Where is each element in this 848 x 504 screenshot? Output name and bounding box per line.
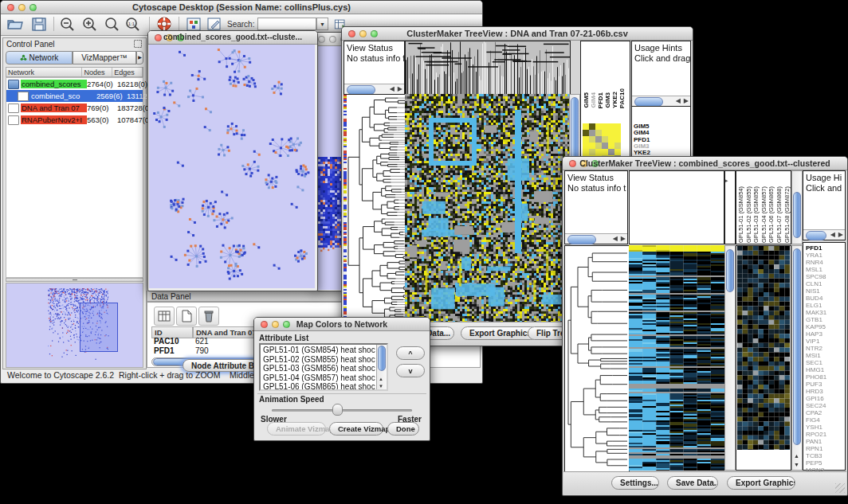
matrix-cell[interactable] (608, 130, 614, 136)
tv2-column-label[interactable]: GPL51-07 (GSM868) (775, 186, 783, 243)
tv1-view-status-hscrollbar[interactable]: ◀▶ (344, 84, 404, 94)
tv2-save-data-button[interactable]: Save Data... (667, 476, 718, 490)
matrix-cell[interactable] (608, 123, 614, 130)
background-network-grid-canvas[interactable] (316, 157, 344, 254)
attribute-list-item[interactable]: GPL51-01 (GSM854) heat shock 05 min (261, 346, 375, 355)
map-dialog-titlebar[interactable]: Map Colors to Network (254, 318, 430, 331)
matrix-cell[interactable] (583, 143, 589, 149)
zoom-out-icon[interactable] (58, 16, 77, 33)
tv1-usage-hints-hscrollbar[interactable]: ◀▶ (632, 96, 690, 106)
matrix-cell[interactable] (602, 149, 608, 155)
tv2-column-label[interactable]: GPL51-04 (GSM857) (760, 186, 768, 243)
gene-label[interactable]: RPN1 (806, 445, 826, 452)
matrix-cell[interactable] (595, 130, 602, 136)
treeview2-window[interactable]: ClusterMaker TreeView : combined_scores_… (562, 156, 848, 496)
tv1-column-label[interactable]: GIM3 (604, 92, 611, 108)
hscroll-thumb[interactable] (806, 231, 826, 240)
save-icon[interactable] (29, 16, 49, 33)
tv1-column-label[interactable]: PAC10 (618, 88, 626, 108)
gene-label[interactable]: TCB3 (806, 452, 826, 459)
matrix-cell[interactable] (608, 149, 614, 155)
delete-attribute-button[interactable] (198, 307, 219, 326)
tv2-column-label[interactable]: GPL51-08 (GSM872) (783, 186, 791, 243)
vscroll-thumb[interactable] (378, 346, 386, 371)
gene-label[interactable]: HMG1 (806, 366, 826, 373)
attribute-list-vscrollbar[interactable]: ▲ ▼ (376, 345, 387, 389)
minimize-button[interactable] (329, 36, 336, 43)
scroll-down-arrow[interactable]: ▼ (379, 384, 383, 389)
gene-label[interactable]: CLN1 (806, 280, 826, 287)
tv2-heatmap-canvas[interactable] (629, 245, 724, 471)
matrix-cell[interactable] (595, 136, 602, 143)
matrix-cell[interactable] (595, 149, 602, 155)
search-input[interactable] (257, 18, 316, 30)
network-list-row[interactable]: DNA and Tran 07769(0)183728(0) (6, 102, 143, 114)
tv2-heatmap-vscrollbar[interactable] (724, 245, 736, 471)
gene-label[interactable]: PEP5 (806, 459, 826, 467)
attribute-list-item[interactable]: GPL51-03 (GSM856) heat shock 15 min (261, 364, 375, 373)
gene-label[interactable]: VIP1 (806, 338, 826, 345)
birdseye-view-canvas[interactable] (6, 283, 143, 368)
network-list-row[interactable]: RNAPuberNov2+I563(0)107847(0) (6, 114, 143, 126)
scroll-down-arrow[interactable]: ▼ (794, 462, 799, 467)
float-panel-icon[interactable] (133, 39, 143, 49)
matrix-cell[interactable] (589, 136, 595, 143)
gene-label[interactable]: GPI16 (806, 395, 826, 402)
treeview1-titlebar[interactable]: ClusterMaker TreeView : DNA and Tran 07-… (342, 27, 693, 41)
tab-vizmapper[interactable]: VizMapper™ (73, 51, 136, 64)
matrix-cell[interactable] (614, 143, 621, 149)
gene-label[interactable]: RPO21 (806, 431, 826, 438)
tab-overflow-arrow[interactable]: ▶ (136, 51, 143, 64)
gene-label[interactable]: KAP95 (806, 323, 826, 330)
zoom-fit-icon[interactable] (103, 16, 122, 33)
col-header-edges[interactable]: Edges (112, 68, 143, 76)
gene-label[interactable]: YRA1 (806, 252, 826, 259)
scroll-up-arrow[interactable]: ▲ (794, 453, 799, 459)
network-view-canvas[interactable] (149, 45, 315, 288)
tv2-column-dendrogram-area[interactable] (629, 170, 724, 244)
network-table-header[interactable]: Network Nodes Edges (6, 67, 143, 77)
matrix-cell[interactable] (608, 143, 614, 149)
zoom-in-icon[interactable] (80, 16, 100, 33)
col-header-nodes[interactable]: Nodes (82, 68, 112, 76)
matrix-cell[interactable] (602, 143, 608, 149)
attribute-select-button[interactable] (154, 307, 175, 326)
network-list-row[interactable]: combined_scores2764(0)16218(0) (6, 78, 143, 90)
gene-label[interactable]: PAN1 (806, 438, 826, 445)
tv2-labels-vscrollbar[interactable] (791, 170, 803, 244)
zoom-actual-icon[interactable]: 1:1 (124, 16, 143, 33)
gene-label[interactable]: RNR4 (806, 259, 826, 266)
search-dropdown-arrow[interactable]: ▼ (316, 18, 328, 30)
done-button[interactable]: Done (387, 422, 419, 436)
tv2-column-label[interactable]: GPL51-01 (GSM854) (737, 186, 745, 243)
gene-label[interactable]: PFD1 (806, 244, 826, 252)
gene-label[interactable]: FIG4 (806, 416, 826, 424)
tv1-gene-dendrogram-canvas[interactable] (344, 94, 405, 322)
gene-label[interactable]: YSH1 (806, 424, 826, 431)
map-colors-dialog[interactable]: Map Colors to Network Attribute List GPL… (253, 317, 430, 441)
vscroll-thumb[interactable] (793, 192, 801, 238)
matrix-cell[interactable] (602, 130, 608, 136)
animation-speed-slider-thumb[interactable] (332, 404, 343, 416)
attribute-list-item[interactable]: GPL51-02 (GSM855) heat shock 10 min (261, 355, 375, 365)
tv2-view-status-hscrollbar[interactable]: ◀▶ (565, 233, 627, 244)
matrix-cell[interactable] (583, 123, 589, 130)
vscroll-thumb[interactable] (726, 249, 734, 292)
tab-network[interactable]: Network (6, 51, 73, 64)
network-list-row[interactable]: combined_sco2569(6)13112(15) (6, 90, 143, 102)
tv1-column-label[interactable]: PFD1 (597, 92, 604, 108)
hscroll-thumb[interactable] (567, 235, 596, 244)
attribute-list-item[interactable]: GPL51-04 (GSM857) heat shock 20 min (261, 373, 375, 383)
tv1-export-graphics-button[interactable]: Export Graphics... (461, 326, 537, 340)
matrix-cell[interactable] (583, 149, 589, 155)
panel-divider-handle[interactable] (6, 278, 143, 282)
tv2-genes-vscrollbar[interactable]: ▲ ▼ (791, 245, 803, 471)
gene-label[interactable]: SEC24 (806, 402, 826, 409)
matrix-cell[interactable] (589, 130, 595, 136)
network-view-titlebar[interactable]: combined_scores_good.txt--cluste... (148, 31, 317, 45)
matrix-cell[interactable] (614, 149, 621, 155)
tv2-column-labels[interactable]: GPL51-01 (GSM854)GPL51-02 (GSM855)GPL51-… (736, 170, 791, 244)
network-view-window[interactable]: combined_scores_good.txt--cluste... (147, 30, 318, 291)
new-attribute-button[interactable] (176, 307, 197, 326)
tv2-gene-list[interactable]: PFD1YRA1RNR4MSL1SPC98CLN1NIS1BUD4ELG1MAK… (803, 242, 846, 471)
